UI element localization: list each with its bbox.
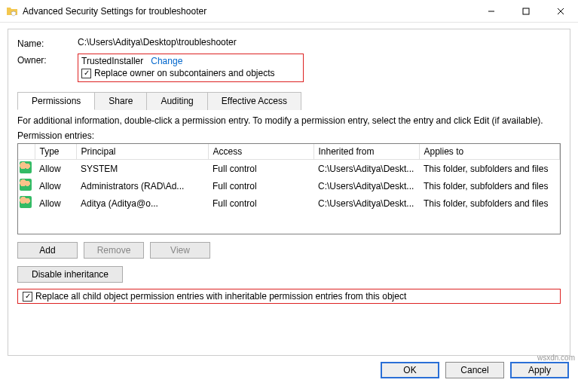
add-button[interactable]: Add (17, 242, 78, 259)
ok-button[interactable]: OK (381, 362, 439, 378)
change-owner-link[interactable]: Change (151, 56, 182, 66)
replace-child-checkbox[interactable] (23, 292, 32, 302)
tab-effective-access[interactable]: Effective Access (207, 92, 301, 110)
owner-value: TrustedInstaller (81, 56, 143, 66)
titlebar: Advanced Security Settings for troublesh… (0, 0, 578, 23)
cell-access: Full control (208, 160, 313, 178)
folder-security-icon (6, 5, 18, 17)
users-icon (20, 161, 32, 173)
col-inherited-header[interactable]: Inherited from (313, 144, 419, 160)
cell-inherited: C:\Users\Aditya\Deskt... (313, 160, 419, 178)
cell-applies: This folder, subfolders and files (419, 177, 560, 194)
cell-access: Full control (208, 177, 313, 194)
dialog-footer: OK Cancel Apply (0, 362, 578, 383)
content-panel: Name: C:\Users\Aditya\Desktop\troublesho… (8, 29, 570, 356)
col-principal-header[interactable]: Principal (76, 144, 208, 160)
col-access-header[interactable]: Access (208, 144, 313, 160)
window-title: Advanced Security Settings for troublesh… (23, 6, 474, 17)
remove-button[interactable]: Remove (84, 242, 144, 259)
col-type-header[interactable]: Type (35, 144, 76, 160)
owner-label: Owner: (17, 54, 78, 66)
table-row[interactable]: AllowAdministrators (RAD\Ad...Full contr… (18, 177, 560, 194)
cell-access: Full control (208, 194, 313, 212)
users-icon (20, 179, 32, 191)
entries-label: Permission entries: (17, 130, 561, 141)
disable-inheritance-button[interactable]: Disable inheritance (17, 266, 123, 283)
minimize-button[interactable] (474, 0, 509, 23)
svg-rect-0 (523, 8, 529, 14)
cancel-button[interactable]: Cancel (445, 362, 504, 378)
watermark-text: wsxdn.com (537, 354, 575, 362)
cell-type: Allow (35, 160, 76, 178)
cell-principal: SYSTEM (76, 160, 208, 178)
cell-inherited: C:\Users\Aditya\Deskt... (313, 194, 419, 212)
entry-buttons-row: Add Remove View (17, 242, 561, 259)
cell-inherited: C:\Users\Aditya\Deskt... (313, 177, 419, 194)
cell-type: Allow (35, 194, 76, 212)
replace-owner-checkbox[interactable] (81, 69, 91, 78)
tab-auditing[interactable]: Auditing (146, 92, 207, 110)
maximize-button[interactable] (509, 0, 543, 23)
name-row: Name: C:\Users\Aditya\Desktop\troublesho… (17, 37, 561, 49)
cell-applies: This folder, subfolders and files (419, 194, 560, 212)
replace-owner-label: Replace owner on subcontainers and objec… (94, 68, 274, 78)
col-icon-header (18, 144, 35, 160)
cell-principal: Aditya (Aditya@o... (76, 194, 208, 212)
table-row[interactable]: AllowAditya (Aditya@o...Full controlC:\U… (18, 194, 560, 212)
replace-child-highlight-box: Replace all child object permission entr… (17, 289, 561, 304)
cell-applies: This folder, subfolders and files (419, 160, 560, 178)
name-value: C:\Users\Aditya\Desktop\troubleshooter (78, 37, 237, 47)
table-row[interactable]: AllowSYSTEMFull controlC:\Users\Aditya\D… (18, 160, 560, 178)
name-label: Name: (17, 37, 78, 49)
owner-row: Owner: TrustedInstaller Change Replace o… (17, 54, 561, 82)
tabstrip: Permissions Share Auditing Effective Acc… (17, 91, 561, 109)
permissions-panel: For additional information, double-click… (17, 109, 561, 311)
info-text: For additional information, double-click… (17, 115, 561, 126)
cell-principal: Administrators (RAD\Ad... (76, 177, 208, 194)
view-button[interactable]: View (150, 242, 210, 259)
owner-highlight-box: TrustedInstaller Change Replace owner on… (78, 54, 304, 82)
col-applies-header[interactable]: Applies to (419, 144, 560, 160)
replace-child-label: Replace all child object permission entr… (35, 291, 406, 302)
users-icon (20, 196, 32, 208)
permission-entries-table[interactable]: Type Principal Access Inherited from App… (17, 143, 561, 234)
tab-permissions[interactable]: Permissions (17, 92, 95, 110)
tab-share[interactable]: Share (94, 92, 147, 110)
apply-button[interactable]: Apply (510, 362, 569, 378)
cell-type: Allow (35, 177, 76, 194)
close-button[interactable] (543, 0, 578, 23)
